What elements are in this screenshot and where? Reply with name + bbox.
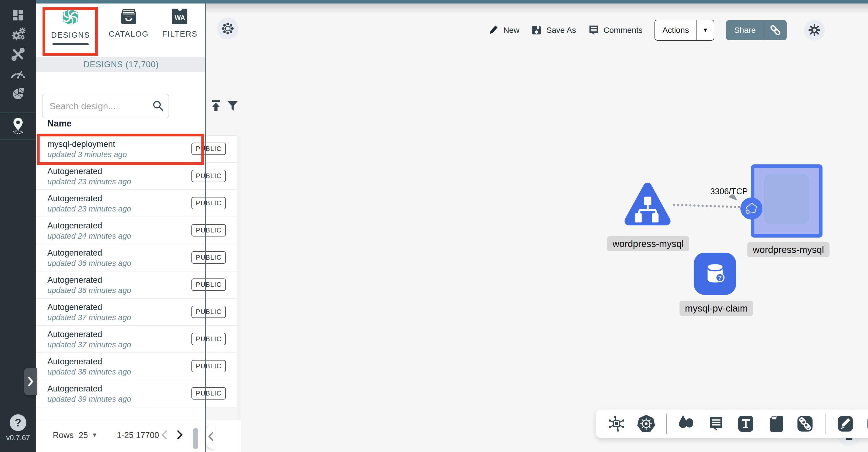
design-row[interactable]: mysql-deployment updated 3 minutes ago P…: [36, 136, 237, 163]
shapes-icon[interactable]: [677, 414, 696, 433]
design-updated: updated 39 minutes ago: [48, 395, 131, 403]
sidebar-item-configuration[interactable]: [9, 45, 27, 64]
tab-designs[interactable]: DESIGNS: [43, 8, 97, 56]
designs-drawer: DESIGNS CATALOG WA FILTERS: [36, 0, 206, 452]
design-list: mysql-deployment updated 3 minutes ago P…: [36, 136, 237, 407]
chevron-right-icon: [27, 376, 34, 387]
design-name: Autogenerated: [48, 357, 102, 366]
list-scrollbar-track[interactable]: [237, 136, 241, 420]
caret-down-icon: ▼: [92, 431, 97, 439]
design-row[interactable]: Autogenerated updated 23 minutes ago PUB…: [36, 190, 237, 217]
filter-funnel-icon: [227, 100, 239, 112]
rows-per-page-select[interactable]: 25▼: [79, 430, 97, 440]
publish-upload-button[interactable]: [208, 96, 223, 115]
drawer-tabs: DESIGNS CATALOG WA FILTERS: [36, 0, 206, 57]
new-button[interactable]: New: [488, 25, 519, 35]
comments-button[interactable]: Comments: [588, 25, 643, 36]
design-row[interactable]: Autogenerated updated 23 minutes ago PUB…: [36, 163, 237, 190]
design-row[interactable]: Autogenerated updated 36 minutes ago PUB…: [36, 244, 237, 271]
meshery-spiral-icon: [62, 8, 80, 26]
meshery-kanvas-page: wordpress-mysql wordpress-mysql 3306/TCP: [0, 0, 868, 452]
next-page-button[interactable]: [172, 427, 187, 442]
design-name: Autogenerated: [48, 384, 102, 394]
design-row[interactable]: Autogenerated updated 24 minutes ago PUB…: [36, 217, 237, 244]
design-canvas[interactable]: wordpress-mysql wordpress-mysql 3306/TCP: [206, 0, 868, 452]
node-pvc-mysql-pv-claim[interactable]: ?: [694, 253, 736, 295]
canvas-topbar: New Save As Comments Actions ▼ Share: [488, 20, 825, 41]
link-edge-icon[interactable]: [795, 414, 815, 433]
expand-sidebar-tab[interactable]: [24, 368, 37, 395]
sticky-note-icon[interactable]: [766, 414, 785, 433]
scrollbar-thumb[interactable]: [193, 428, 198, 449]
design-name: mysql-deployment: [48, 139, 115, 149]
design-search: [42, 94, 169, 118]
design-visibility-badge: PUBLIC: [191, 279, 226, 291]
collapse-drawer-tab[interactable]: [206, 424, 215, 449]
filter-button[interactable]: [225, 96, 240, 115]
copy-link-button[interactable]: [764, 20, 787, 40]
actions-label[interactable]: Actions: [655, 20, 696, 40]
node-service-wordpress-mysql[interactable]: [623, 181, 672, 229]
configuration-tools-icon: [10, 46, 26, 62]
chevron-left-icon: [208, 431, 214, 441]
design-updated: updated 23 minutes ago: [48, 177, 131, 186]
actions-dropdown-button[interactable]: ▼: [696, 20, 714, 40]
design-visibility-badge: PUBLIC: [191, 251, 226, 264]
design-updated: updated 24 minutes ago: [48, 232, 131, 240]
design-visibility-badge: PUBLIC: [191, 387, 226, 399]
designs-count-header: DESIGNS (17,700): [36, 57, 206, 72]
search-icon[interactable]: [152, 100, 164, 113]
pencil-doodle-icon[interactable]: [865, 414, 868, 433]
flower-menu-button[interactable]: [217, 18, 239, 39]
deployment-inner-pane: [764, 174, 809, 224]
comments-label: Comments: [603, 26, 643, 35]
share-label[interactable]: Share: [726, 20, 764, 40]
design-row[interactable]: Autogenerated updated 37 minutes ago PUB…: [36, 299, 237, 326]
save-as-label: Save As: [546, 26, 576, 35]
question-mark-icon: ?: [15, 417, 21, 429]
integration-circuit-icon[interactable]: [607, 414, 626, 433]
settings-button[interactable]: [804, 20, 825, 41]
design-updated: updated 37 minutes ago: [48, 313, 131, 322]
pencil-icon: [488, 25, 499, 35]
sidebar-item-extensions[interactable]: [9, 85, 27, 103]
actions-split-button[interactable]: Actions ▼: [654, 20, 714, 41]
design-updated: updated 23 minutes ago: [48, 204, 131, 213]
wasm-wa-icon: WA: [172, 8, 188, 25]
pen-arrow-icon[interactable]: [836, 414, 855, 433]
sidebar-item-performance[interactable]: [9, 64, 27, 82]
design-row[interactable]: Autogenerated updated 38 minutes ago PUB…: [36, 353, 237, 380]
gear-icon: [808, 24, 820, 36]
sidebar-item-kanvas[interactable]: [9, 116, 27, 134]
top-accent-strip: [36, 0, 868, 3]
tab-catalog[interactable]: CATALOG: [102, 8, 156, 56]
kubernetes-icon[interactable]: [637, 414, 656, 433]
design-name: Autogenerated: [48, 275, 102, 285]
tab-designs-label: DESIGNS: [51, 31, 90, 39]
design-row[interactable]: Autogenerated updated 37 minutes ago PUB…: [36, 326, 237, 353]
prev-page-button[interactable]: [157, 427, 172, 442]
tab-filters-label: FILTERS: [162, 30, 197, 38]
sidebar-item-lifecycle[interactable]: [9, 25, 27, 43]
active-tab-underline: [53, 43, 89, 45]
text-tool-icon[interactable]: [736, 414, 755, 433]
share-split-button[interactable]: Share: [726, 20, 787, 40]
help-button[interactable]: ?: [10, 414, 26, 431]
design-row[interactable]: Autogenerated updated 39 minutes ago PUB…: [36, 380, 237, 407]
save-as-button[interactable]: Save As: [531, 25, 576, 35]
design-visibility-badge: PUBLIC: [191, 360, 226, 373]
node-deployment-wordpress-mysql[interactable]: [751, 164, 823, 237]
tab-filters[interactable]: WA FILTERS: [153, 8, 207, 56]
canvas-toolbar: [596, 410, 868, 438]
extensions-icon: [11, 87, 25, 101]
kanvas-pin-icon: [10, 117, 26, 134]
design-row[interactable]: Autogenerated updated 36 minutes ago PUB…: [36, 271, 237, 299]
toolbar-divider: [666, 414, 666, 434]
note-comment-icon[interactable]: [707, 414, 726, 433]
publish-upload-icon: [210, 100, 222, 112]
design-updated: updated 36 minutes ago: [48, 286, 131, 295]
sidebar-item-dashboard[interactable]: [9, 6, 27, 24]
node-label: wordpress-mysql: [607, 236, 689, 251]
search-input[interactable]: [42, 94, 169, 118]
port-endpoint-icon[interactable]: [740, 197, 763, 220]
